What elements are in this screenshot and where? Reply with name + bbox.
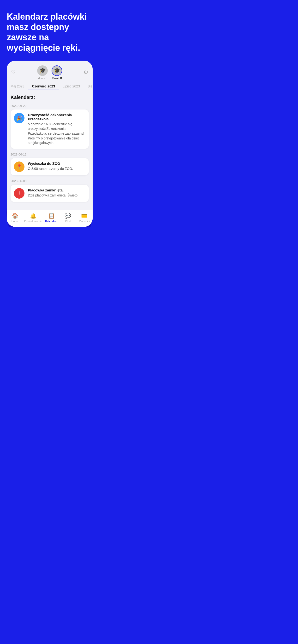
tab-lipiec-2023[interactable]: Lipiec 2023 xyxy=(59,83,84,90)
nav-item-payments[interactable]: 💳 Płatności xyxy=(77,213,92,222)
settings-icon[interactable]: ⚙ xyxy=(83,69,88,76)
event-content-1: Uroczystość Zakończenia Przedszkola o go… xyxy=(28,113,85,146)
event-card-3[interactable]: i Placówka zamknięta. Dziś placówka zamk… xyxy=(11,185,89,202)
avatar-circle-marek: 🎓 xyxy=(37,66,48,76)
event-content-2: Wycieczka do ZOO O 8.00 rano ruszamy do … xyxy=(28,162,73,171)
nav-item-chat[interactable]: 💬 Chat xyxy=(61,213,75,222)
hero-background: Kalendarz placówki masz dostepny zawsze … xyxy=(0,0,99,227)
event-title-1: Uroczystość Zakończenia Przedszkola xyxy=(28,113,85,121)
event-desc-2: O 8.00 rano ruszamy do ZOO. xyxy=(28,166,73,171)
heart-icon[interactable]: ♡ xyxy=(11,69,16,76)
section-title: Kalendarz: xyxy=(11,95,89,100)
event-icon-2: 📍 xyxy=(14,162,25,172)
event-icon-symbol-2: 📍 xyxy=(16,164,22,170)
event-card-1[interactable]: 🎉 Uroczystość Zakończenia Przedszkola o … xyxy=(11,110,89,149)
nav-label-home: Home xyxy=(12,220,19,222)
month-tabs: Maj 2023 Czerwiec 2023 Lipiec 2023 Sier xyxy=(7,82,93,90)
bell-icon: 🔔 xyxy=(30,213,37,219)
avatar-marek[interactable]: 🎓 Marek B xyxy=(37,66,48,80)
bottom-nav: 🏠 Home 🔔 Powiadomienia 📋 Kalendarz 💬 Cha… xyxy=(7,210,93,227)
event-icon-1: 🎉 xyxy=(14,113,25,124)
calendar-content: Kalendarz: 2023-06-22 🎉 Uroczystość Zako… xyxy=(7,90,93,210)
date-label-2: 2023-06-12 xyxy=(11,152,89,156)
event-icon-symbol-1: 🎉 xyxy=(16,115,22,121)
nav-label-calendar: Kalendarz xyxy=(45,220,58,222)
chat-icon: 💬 xyxy=(65,213,71,219)
tab-sierpien-2023[interactable]: Sier xyxy=(84,83,93,90)
nav-item-calendar[interactable]: 📋 Kalendarz xyxy=(44,213,59,222)
event-desc-3: Dziś placówka zamknięta. Święto. xyxy=(28,193,78,198)
avatar-name-marek: Marek B xyxy=(38,77,48,80)
nav-label-chat: Chat xyxy=(65,220,71,222)
nav-label-payments: Płatności xyxy=(79,220,90,222)
nav-label-notifications: Powiadomienia xyxy=(24,220,42,222)
event-icon-symbol-3: i xyxy=(19,191,20,196)
nav-item-notifications[interactable]: 🔔 Powiadomienia xyxy=(24,213,42,222)
home-icon: 🏠 xyxy=(12,213,18,219)
phone-card: ♡ 🎓 Marek B 🎓 Paweł B ⚙ Maj 2023 Czerwie xyxy=(7,60,93,227)
avatar-circle-pawel: 🎓 xyxy=(52,66,62,76)
avatars-container: 🎓 Marek B 🎓 Paweł B xyxy=(37,66,62,80)
event-desc-1: o godzinie 16.00 odbędzie się uroczystoś… xyxy=(28,122,85,146)
nav-item-home[interactable]: 🏠 Home xyxy=(8,213,22,222)
event-title-2: Wycieczka do ZOO xyxy=(28,162,73,166)
event-card-2[interactable]: 📍 Wycieczka do ZOO O 8.00 rano ruszamy d… xyxy=(11,158,89,176)
phone-inner: ♡ 🎓 Marek B 🎓 Paweł B ⚙ Maj 2023 Czerwie xyxy=(7,60,93,227)
hero-title: Kalendarz placówki masz dostepny zawsze … xyxy=(7,12,93,53)
avatar-name-pawel: Paweł B xyxy=(52,77,62,80)
avatar-pawel[interactable]: 🎓 Paweł B xyxy=(52,66,62,80)
top-bar: ♡ 🎓 Marek B 🎓 Paweł B ⚙ xyxy=(7,60,93,82)
event-icon-3: i xyxy=(14,188,25,198)
calendar-icon: 📋 xyxy=(48,213,55,219)
date-label-1: 2023-06-22 xyxy=(11,104,89,108)
date-label-3: 2023-06-08 xyxy=(11,179,89,183)
event-title-3: Placówka zamknięta. xyxy=(28,188,78,192)
tab-maj-2023[interactable]: Maj 2023 xyxy=(7,83,28,90)
payments-icon: 💳 xyxy=(81,213,88,219)
tab-czerwiec-2023[interactable]: Czerwiec 2023 xyxy=(28,83,59,90)
event-content-3: Placówka zamknięta. Dziś placówka zamkni… xyxy=(28,188,78,198)
